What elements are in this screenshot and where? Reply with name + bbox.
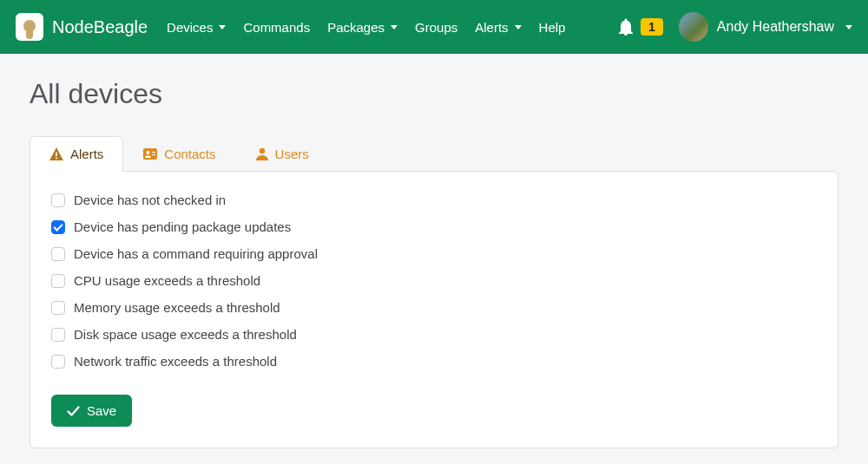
- nav-item-packages[interactable]: Packages: [327, 20, 398, 35]
- page-title: All devices: [30, 78, 838, 110]
- nav-label: Devices: [167, 20, 213, 35]
- tab-users[interactable]: Users: [236, 136, 329, 172]
- alert-checkbox[interactable]: [51, 220, 65, 234]
- alert-label: Device has pending package updates: [74, 219, 291, 234]
- alert-row[interactable]: Device has a command requiring approval: [51, 246, 817, 261]
- save-button[interactable]: Save: [51, 395, 132, 427]
- alert-checkbox[interactable]: [51, 355, 65, 369]
- nav-label: Help: [539, 20, 566, 35]
- alert-label: Device has not checked in: [74, 193, 226, 207]
- user-menu[interactable]: Andy Heathershaw: [679, 12, 852, 42]
- alert-label: CPU usage exceeds a threshold: [74, 273, 260, 288]
- top-navbar: NodeBeagle Devices Commands Packages Gro…: [0, 0, 868, 54]
- svg-point-4: [259, 148, 264, 154]
- page-content: All devices Alerts Contacts Users Device…: [0, 54, 868, 464]
- alert-label: Memory usage exceeds a threshold: [74, 300, 280, 315]
- caret-down-icon: [845, 25, 852, 29]
- avatar: [679, 12, 708, 42]
- tab-label: Contacts: [164, 147, 215, 161]
- nav-item-commands[interactable]: Commands: [243, 20, 310, 35]
- notifications-badge: 1: [641, 18, 663, 36]
- alert-checkbox[interactable]: [51, 301, 65, 315]
- alert-row[interactable]: Device has pending package updates: [51, 219, 817, 234]
- nav-right: 1 Andy Heathershaw: [618, 12, 852, 42]
- alert-row[interactable]: Network traffic exceeds a threshold: [51, 354, 817, 369]
- alert-label: Device has a command requiring approval: [74, 246, 318, 261]
- svg-rect-0: [143, 148, 157, 160]
- tab-label: Alerts: [70, 147, 103, 161]
- nav-item-alerts[interactable]: Alerts: [475, 20, 521, 35]
- nav-label: Commands: [243, 20, 310, 35]
- tab-label: Users: [275, 147, 309, 161]
- user-icon: [256, 147, 268, 160]
- nav-item-help[interactable]: Help: [539, 20, 566, 35]
- user-name: Andy Heathershaw: [717, 19, 834, 35]
- alert-checkbox[interactable]: [51, 193, 65, 207]
- caret-down-icon: [391, 25, 398, 29]
- svg-rect-3: [152, 154, 155, 155]
- alerts-check-list: Device has not checked in Device has pen…: [51, 193, 817, 369]
- nav-label: Packages: [327, 20, 385, 35]
- check-icon: [67, 406, 80, 416]
- tab-contacts[interactable]: Contacts: [123, 136, 235, 172]
- nav-item-devices[interactable]: Devices: [167, 20, 226, 35]
- brand-name: NodeBeagle: [52, 17, 148, 37]
- alerts-panel: Device has not checked in Device has pen…: [30, 171, 838, 448]
- brand[interactable]: NodeBeagle: [16, 13, 148, 41]
- tab-alerts[interactable]: Alerts: [30, 136, 123, 172]
- alert-row[interactable]: CPU usage exceeds a threshold: [51, 273, 817, 288]
- save-label: Save: [87, 403, 116, 418]
- brand-logo-icon: [16, 13, 43, 41]
- nav-label: Groups: [415, 20, 457, 35]
- svg-point-1: [147, 151, 150, 154]
- alert-checkbox[interactable]: [51, 274, 65, 288]
- nav-links: Devices Commands Packages Groups Alerts …: [167, 20, 565, 35]
- alert-label: Disk space usage exceeds a threshold: [74, 327, 297, 342]
- nav-item-groups[interactable]: Groups: [415, 20, 457, 35]
- contact-card-icon: [143, 147, 157, 160]
- nav-label: Alerts: [475, 20, 508, 35]
- alert-checkbox[interactable]: [51, 328, 65, 342]
- alert-checkbox[interactable]: [51, 247, 65, 261]
- alert-row[interactable]: Memory usage exceeds a threshold: [51, 300, 817, 315]
- caret-down-icon: [515, 25, 522, 29]
- tab-bar: Alerts Contacts Users: [30, 136, 838, 172]
- alert-row[interactable]: Disk space usage exceeds a threshold: [51, 327, 817, 342]
- svg-rect-2: [152, 152, 155, 153]
- notifications-button[interactable]: 1: [618, 18, 663, 36]
- caret-down-icon: [219, 25, 226, 29]
- alert-label: Network traffic exceeds a threshold: [74, 354, 277, 369]
- warning-icon: [49, 147, 63, 160]
- alert-row[interactable]: Device has not checked in: [51, 193, 817, 207]
- bell-icon: [618, 18, 634, 36]
